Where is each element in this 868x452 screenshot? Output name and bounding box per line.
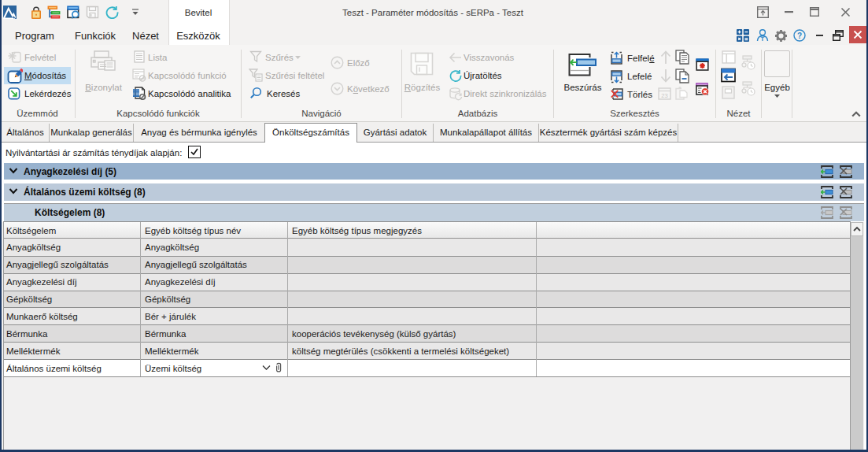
svg-text:23: 23 <box>661 92 667 99</box>
svg-text:?: ? <box>797 31 802 40</box>
